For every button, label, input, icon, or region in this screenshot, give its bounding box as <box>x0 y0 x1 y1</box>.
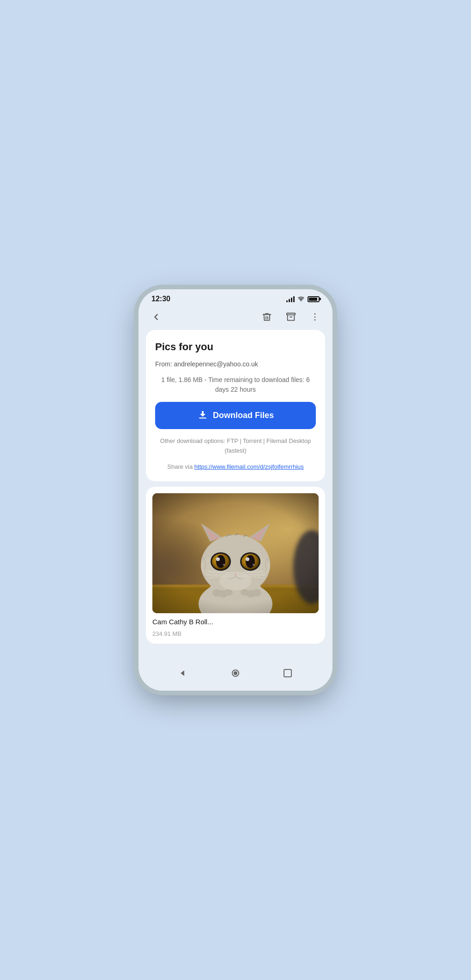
svg-point-2 <box>314 317 316 318</box>
nav-actions <box>259 309 323 325</box>
file-preview-card: Cam Cathy B Roll... 234.91 MB <box>146 487 325 644</box>
download-files-button[interactable]: Download Files <box>155 402 316 429</box>
email-from: From: andrelepennec@yahoo.co.uk <box>155 360 316 368</box>
home-nav-button[interactable] <box>226 664 245 682</box>
phone-frame: 12:30 <box>139 289 332 691</box>
status-bar: 12:30 <box>139 289 332 306</box>
nav-bar <box>139 306 332 330</box>
svg-marker-48 <box>181 670 184 676</box>
battery-icon <box>308 296 320 302</box>
email-file-info: 1 file, 1.86 MB - Time remaining to down… <box>155 375 316 394</box>
file-thumbnail[interactable] <box>152 493 319 613</box>
back-button[interactable] <box>148 309 164 325</box>
back-nav-button[interactable] <box>174 664 193 682</box>
other-options-text: Other download options: FTP | Torrent | … <box>155 436 316 456</box>
status-icons <box>286 295 320 303</box>
file-name: Cam Cathy B Roll... <box>152 618 319 626</box>
signal-icon <box>286 296 295 302</box>
recents-nav-button[interactable] <box>278 664 297 682</box>
download-button-label: Download Files <box>213 411 274 420</box>
svg-point-50 <box>234 672 237 675</box>
bottom-nav <box>139 658 332 691</box>
archive-button[interactable] <box>283 309 299 325</box>
svg-point-3 <box>314 319 316 321</box>
wifi-icon <box>297 295 305 303</box>
svg-point-1 <box>314 313 316 315</box>
more-button[interactable] <box>307 309 323 325</box>
delete-button[interactable] <box>259 309 275 325</box>
file-size: 234.91 MB <box>152 630 319 637</box>
svg-rect-51 <box>284 669 291 677</box>
share-line: Share via https://www.filemail.com/d/zsj… <box>155 463 316 470</box>
share-url-link[interactable]: https://www.filemail.com/d/zsjfoifemrrhi… <box>194 463 304 470</box>
content-area: Pics for you From: andrelepennec@yahoo.c… <box>139 330 332 658</box>
status-time: 12:30 <box>151 295 170 303</box>
share-prefix: Share via <box>167 463 193 470</box>
svg-rect-4 <box>199 418 206 418</box>
download-icon <box>197 409 208 422</box>
email-subject: Pics for you <box>155 341 316 353</box>
svg-rect-47 <box>152 493 319 613</box>
email-card: Pics for you From: andrelepennec@yahoo.c… <box>146 330 325 481</box>
svg-rect-0 <box>287 313 295 315</box>
